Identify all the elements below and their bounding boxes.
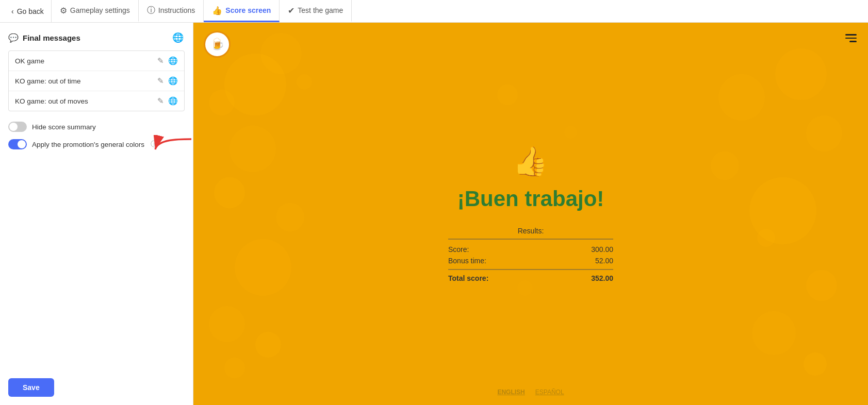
top-navigation: ‹ Go back ⚙ Gameplay settings ⓘ Instruct… xyxy=(0,0,868,23)
tab-score-screen[interactable]: 👍 Score screen xyxy=(204,0,280,22)
hide-score-knob xyxy=(9,123,18,131)
message-row-ok-game[interactable]: OK game ✎ 🌐 xyxy=(9,51,184,71)
tab-instructions-label: Instructions xyxy=(158,6,195,14)
translate-ko-time-icon[interactable]: 🌐 xyxy=(168,76,178,86)
main-layout: 💬 Final messages 🌐️ OK game ✎ 🌐 KO game:… xyxy=(0,23,868,405)
edit-ko-time-icon[interactable]: ✎ xyxy=(157,76,164,86)
go-back-button[interactable]: ‹ Go back xyxy=(4,0,52,22)
translate-ok-game-icon[interactable]: 🌐 xyxy=(168,56,178,65)
total-score-row: Total score: 352.00 xyxy=(448,269,613,284)
check-icon: ✔ xyxy=(288,6,294,15)
ko-time-label: KO game: out of time xyxy=(15,77,81,85)
hamburger-line-3 xyxy=(849,41,857,42)
bonus-label: Bonus time: xyxy=(448,257,486,265)
hamburger-line-2 xyxy=(845,38,857,39)
total-label: Total score: xyxy=(448,274,488,282)
translate-ko-moves-icon[interactable]: 🌐 xyxy=(168,96,178,106)
translate-icon: 🌐️ xyxy=(172,32,184,43)
tab-score-label: Score screen xyxy=(225,6,271,14)
hide-score-track[interactable] xyxy=(8,122,27,132)
headline-text: ¡Buen trabajo! xyxy=(448,187,613,211)
left-settings-panel: 💬 Final messages 🌐️ OK game ✎ 🌐 KO game:… xyxy=(0,23,193,405)
save-button-area: Save xyxy=(8,370,185,397)
language-links: ENGLISH ESPAÑOL xyxy=(497,389,564,396)
info-circle-icon: ⓘ xyxy=(147,5,155,16)
tab-test-game[interactable]: ✔ Test the game xyxy=(280,0,352,22)
tab-gameplay[interactable]: ⚙ Gameplay settings xyxy=(52,0,139,22)
score-label: Score: xyxy=(448,245,469,254)
message-icon: 💬 xyxy=(8,33,19,43)
ko-moves-actions: ✎ 🌐 xyxy=(157,96,178,106)
apply-colors-toggle[interactable] xyxy=(8,139,27,149)
save-button[interactable]: Save xyxy=(8,378,54,397)
score-row: Score: 300.00 xyxy=(448,244,613,255)
hamburger-menu[interactable] xyxy=(845,34,857,42)
apply-colors-label: Apply the promotion's general colors xyxy=(32,141,144,148)
bonus-row: Bonus time: 52.00 xyxy=(448,255,613,266)
game-logo: 🍺 xyxy=(204,31,231,58)
bonus-value: 52.00 xyxy=(595,257,613,265)
gear-icon: ⚙ xyxy=(60,6,67,15)
tab-instructions[interactable]: ⓘ Instructions xyxy=(139,0,204,22)
results-header: Results: xyxy=(448,227,613,240)
hide-score-toggle[interactable] xyxy=(8,122,27,132)
game-preview-panel: 🍺 👍 ¡Buen trabajo! Results: Score: 300.0… xyxy=(193,23,868,405)
ko-moves-label: KO game: out of moves xyxy=(15,97,88,105)
hide-score-toggle-row: Hide score summary xyxy=(8,122,185,132)
ok-game-label: OK game xyxy=(15,57,44,65)
results-table: Results: Score: 300.00 Bonus time: 52.00… xyxy=(448,227,613,284)
hide-score-label: Hide score summary xyxy=(32,123,96,131)
go-back-label: Go back xyxy=(17,7,44,15)
apply-colors-toggle-row: Apply the promotion's general colors ⓘ xyxy=(8,139,185,149)
edit-ok-game-icon[interactable]: ✎ xyxy=(157,56,164,65)
message-row-ko-moves[interactable]: KO game: out of moves ✎ 🌐 xyxy=(9,91,184,111)
tab-test-label: Test the game xyxy=(298,6,343,14)
section-title-final-messages: 💬 Final messages xyxy=(8,33,80,43)
apply-colors-knob xyxy=(18,140,26,148)
apply-colors-track[interactable] xyxy=(8,139,27,149)
final-messages-header: 💬 Final messages 🌐️ xyxy=(8,31,185,44)
messages-table: OK game ✎ 🌐 KO game: out of time ✎ 🌐 KO … xyxy=(8,50,185,111)
ko-time-actions: ✎ 🌐 xyxy=(157,76,178,86)
hamburger-line-1 xyxy=(845,34,857,36)
apply-colors-info-icon[interactable]: ⓘ xyxy=(151,140,158,149)
message-row-ko-time[interactable]: KO game: out of time ✎ 🌐 xyxy=(9,71,184,91)
chevron-left-icon: ‹ xyxy=(11,7,14,15)
thumbs-up-large-icon: 👍 xyxy=(448,144,613,178)
english-lang-link[interactable]: ENGLISH xyxy=(497,389,525,396)
spanish-lang-link[interactable]: ESPAÑOL xyxy=(535,389,564,396)
score-content-card: 👍 ¡Buen trabajo! Results: Score: 300.00 … xyxy=(448,144,613,284)
edit-ko-moves-icon[interactable]: ✎ xyxy=(157,96,164,106)
tab-gameplay-label: Gameplay settings xyxy=(70,6,130,14)
translate-all-button[interactable]: 🌐️ xyxy=(171,31,185,44)
final-messages-label: Final messages xyxy=(23,33,80,42)
logo-icon: 🍺 xyxy=(210,38,224,51)
total-value: 352.00 xyxy=(591,274,613,282)
thumbs-up-tab-icon: 👍 xyxy=(212,6,222,15)
ok-game-actions: ✎ 🌐 xyxy=(157,56,178,65)
apply-colors-container: Apply the promotion's general colors ⓘ xyxy=(8,139,185,157)
score-value: 300.00 xyxy=(591,245,613,254)
